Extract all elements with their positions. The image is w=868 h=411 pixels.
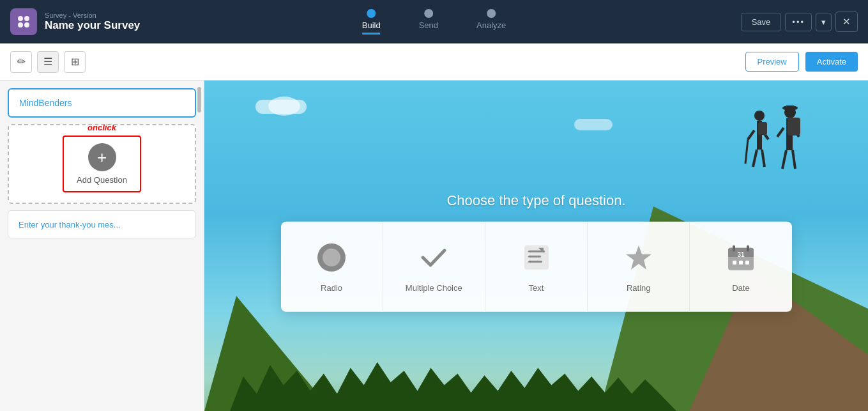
svg-rect-20 (786, 105, 794, 111)
close-button[interactable]: ✕ (835, 12, 858, 32)
svg-point-4 (754, 111, 765, 121)
toolbar: ✏ ☰ ⊞ Preview Activate (0, 43, 868, 81)
scroll-indicator (197, 87, 201, 112)
nav-steps: Build Send Analyze (362, 9, 506, 35)
toolbar-right: Preview Activate (745, 52, 858, 72)
nav-step-send[interactable]: Send (419, 9, 438, 33)
nav-step-analyze[interactable]: Analyze (476, 9, 506, 33)
top-navigation: Survey - Version Name your Survey Build … (0, 0, 868, 43)
nav-step-build[interactable]: Build (362, 9, 381, 35)
sidebar-thankyou-card[interactable]: Enter your thank-you mes... (8, 210, 196, 238)
svg-line-17 (793, 150, 795, 169)
sidebar-section-card[interactable]: MindBenders (8, 88, 196, 118)
multiple-choice-label: Multiple Choice (406, 283, 462, 292)
edit-tool-button[interactable]: ✏ (10, 51, 32, 73)
svg-line-10 (745, 139, 748, 164)
app-logo: Survey - Version Name your Survey (10, 8, 140, 35)
chooser-title: Choose the type of question. (281, 192, 792, 208)
svg-line-14 (777, 128, 784, 137)
main-layout: MindBenders onclick + Add Question Enter… (0, 81, 868, 411)
step-dot-build (367, 9, 376, 18)
step-label-send: Send (419, 20, 438, 30)
svg-rect-34 (733, 260, 736, 264)
check-icon (417, 240, 450, 274)
svg-rect-11 (758, 122, 767, 135)
onclick-label: onclick (88, 123, 116, 132)
step-label-analyze: Analyze (476, 20, 506, 30)
svg-rect-33 (747, 245, 749, 251)
step-label-build: Build (362, 20, 381, 30)
svg-line-9 (762, 150, 765, 167)
svg-line-16 (782, 150, 786, 169)
add-question-circle: + (88, 143, 116, 171)
svg-rect-32 (733, 245, 735, 251)
question-type-date[interactable]: 31 Date (690, 221, 791, 311)
question-type-radio[interactable]: Radio (281, 221, 383, 311)
calendar-icon: 31 (724, 240, 758, 274)
svg-point-1 (24, 16, 29, 21)
nav-title-block: Survey - Version Name your Survey (45, 12, 140, 32)
svg-line-8 (753, 150, 757, 167)
list-view-button[interactable]: ☰ (37, 51, 59, 73)
add-question-inner[interactable]: onclick + Add Question (63, 136, 141, 192)
svg-point-22 (323, 248, 340, 266)
svg-point-0 (18, 16, 23, 21)
main-content: Choose the type of question. Radio (204, 81, 868, 411)
text-label: Text (529, 283, 544, 292)
step-dot-send (424, 9, 433, 18)
svg-point-2 (18, 22, 23, 27)
logo-icon (10, 8, 37, 35)
question-type-text[interactable]: Text (485, 221, 588, 311)
question-types-panel: Radio Multiple Choice (281, 221, 792, 311)
dropdown-button[interactable]: ▾ (816, 13, 832, 31)
svg-rect-36 (745, 260, 749, 264)
star-icon (622, 240, 655, 274)
svg-rect-25 (528, 255, 541, 257)
cloud-1b (268, 97, 300, 116)
add-question-label: Add Question (77, 175, 127, 185)
grid-icon: ⊞ (71, 56, 79, 68)
rating-label: Rating (627, 283, 651, 292)
step-dot-analyze (487, 9, 496, 18)
nav-actions: Save ••• ▾ ✕ (741, 12, 858, 32)
sidebar: MindBenders onclick + Add Question Enter… (0, 81, 204, 411)
radio-label: Radio (321, 283, 342, 292)
save-button[interactable]: Save (741, 13, 782, 31)
svg-rect-35 (739, 260, 743, 264)
survey-background: Choose the type of question. Radio (204, 81, 868, 411)
svg-text:31: 31 (737, 251, 745, 258)
nav-title: Name your Survey (45, 19, 140, 32)
sidebar-add-question-card[interactable]: onclick + Add Question (8, 124, 196, 204)
cloud-2 (574, 119, 613, 130)
thankyou-placeholder: Enter your thank-you mes... (19, 220, 121, 229)
question-chooser: Choose the type of question. Radio (281, 192, 792, 311)
radio-icon (315, 240, 348, 274)
sidebar-section-label: MindBenders (19, 98, 72, 108)
pencil-icon: ✏ (17, 56, 26, 68)
grid-view-button[interactable]: ⊞ (64, 51, 86, 73)
svg-point-3 (24, 22, 29, 27)
question-type-multiple-choice[interactable]: Multiple Choice (383, 221, 485, 311)
svg-rect-18 (788, 118, 800, 136)
date-label: Date (732, 283, 749, 292)
question-type-rating[interactable]: Rating (588, 221, 690, 311)
svg-rect-26 (528, 260, 542, 262)
nav-subtitle: Survey - Version (45, 12, 140, 19)
more-options-button[interactable]: ••• (785, 13, 812, 31)
svg-marker-28 (626, 245, 651, 269)
activate-button[interactable]: Activate (805, 52, 858, 72)
svg-line-6 (748, 130, 754, 139)
toolbar-left: ✏ ☰ ⊞ (10, 51, 86, 73)
preview-button[interactable]: Preview (745, 52, 799, 72)
people-silhouette (740, 100, 817, 205)
list-icon: ☰ (43, 56, 52, 68)
text-icon (520, 240, 553, 274)
